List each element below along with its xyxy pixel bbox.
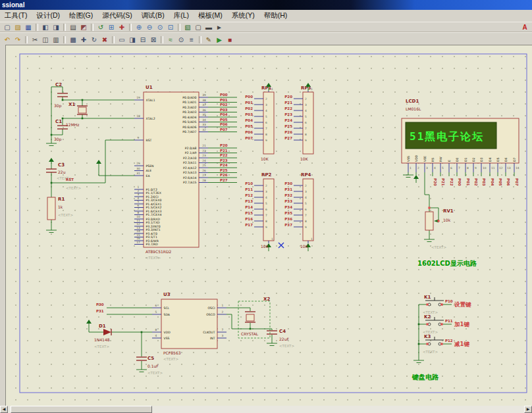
- svg-text:P2.0/A8: P2.0/A8: [185, 147, 197, 150]
- svg-text:RST: RST: [146, 139, 152, 142]
- svg-text:1: 1: [271, 237, 273, 241]
- r1-body[interactable]: [47, 197, 55, 220]
- svg-text:2: 2: [305, 184, 307, 187]
- svg-text:设置键: 设置键: [454, 301, 471, 308]
- svg-text:P01: P01: [220, 98, 228, 102]
- svg-text:减1键: 减1键: [454, 341, 469, 347]
- svg-text:P10: P10: [245, 182, 253, 185]
- svg-text:3: 3: [222, 334, 224, 337]
- svg-text:P3.3/INT1: P3.3/INT1: [146, 228, 161, 231]
- svg-text:P14: P14: [245, 205, 253, 209]
- svg-text:LM016L: LM016L: [406, 107, 421, 111]
- svg-text:P3.0/RXD: P3.0/RXD: [146, 218, 161, 221]
- svg-text:AT89C51RD2: AT89C51RD2: [146, 249, 172, 254]
- svg-text:PCF8563: PCF8563: [163, 351, 181, 355]
- svg-text:12MHz: 12MHz: [66, 122, 79, 127]
- svg-text:8: 8: [305, 220, 307, 223]
- svg-text:P12: P12: [445, 339, 453, 343]
- svg-text:1: 1: [271, 87, 273, 91]
- svg-text:9: 9: [138, 136, 140, 139]
- svg-text:14: 14: [136, 230, 140, 233]
- svg-text:P32: P32: [284, 193, 292, 197]
- wires-layer: [51, 87, 452, 367]
- svg-text:12: 12: [499, 166, 503, 170]
- svg-text:D0: D0: [456, 157, 459, 162]
- svg-text:1: 1: [410, 166, 412, 170]
- svg-text:27: 27: [202, 174, 206, 177]
- svg-text:32: 32: [202, 128, 206, 132]
- svg-text:P21: P21: [441, 178, 445, 186]
- scroll-left-button[interactable]: ◀: [0, 406, 8, 413]
- svg-text:5: 5: [138, 200, 140, 203]
- scroll-track[interactable]: [8, 406, 524, 413]
- svg-text:4: 4: [265, 109, 267, 112]
- svg-text:10K: 10K: [300, 157, 309, 161]
- svg-text:P07: P07: [220, 128, 228, 132]
- svg-text:P33: P33: [284, 199, 292, 203]
- svg-text:P03: P03: [482, 178, 486, 186]
- svg-text:X1: X1: [68, 102, 75, 107]
- svg-text:P04: P04: [491, 178, 494, 186]
- svg-text:C4: C4: [279, 329, 286, 334]
- u3-group: U3PCF8563<TEXT>6SCL5SDA8VDD4VSS1OSCI2OSC…: [152, 292, 226, 361]
- svg-text:P23: P23: [284, 112, 292, 116]
- svg-text:2: 2: [265, 97, 267, 101]
- svg-text:K1: K1: [424, 295, 431, 300]
- svg-text:P26: P26: [220, 173, 228, 177]
- svg-text:K2: K2: [424, 314, 431, 320]
- svg-text:RW: RW: [439, 157, 442, 162]
- svg-text:P31: P31: [284, 187, 292, 191]
- svg-text:键盘电路: 键盘电路: [412, 374, 439, 381]
- svg-text:8: 8: [265, 220, 267, 223]
- svg-text:P25: P25: [284, 124, 292, 128]
- svg-text:6: 6: [265, 121, 267, 124]
- svg-text:RV1: RV1: [443, 208, 454, 214]
- lcd1-group: 51黑电子论坛LCD1LM016LVSS1VDD2VEE3RS4P20RW5P2…: [402, 99, 519, 186]
- svg-text:6: 6: [155, 304, 157, 307]
- svg-text:OSCO: OSCO: [206, 313, 215, 316]
- svg-text:2: 2: [417, 166, 419, 170]
- svg-text:P0.2/AD2: P0.2/AD2: [182, 106, 196, 109]
- svg-text:2: 2: [265, 184, 267, 187]
- svg-text:P20: P20: [220, 143, 228, 147]
- svg-text:3: 3: [305, 190, 307, 193]
- svg-text:P16: P16: [245, 217, 253, 221]
- horizontal-scrollbar[interactable]: ◀ ▶: [0, 406, 532, 413]
- svg-text:P30: P30: [96, 303, 104, 306]
- svg-text:10: 10: [136, 215, 140, 218]
- svg-text:P1.5/CEX2: P1.5/CEX2: [146, 206, 162, 209]
- x2-crystal-body[interactable]: [246, 314, 254, 321]
- svg-text:24: 24: [202, 159, 206, 162]
- svg-text:P3.2/INT0: P3.2/INT0: [146, 225, 161, 228]
- svg-text:6: 6: [305, 208, 307, 211]
- svg-text:P00: P00: [458, 178, 462, 186]
- svg-text:P15: P15: [245, 211, 253, 215]
- svg-text:C2: C2: [55, 82, 62, 87]
- svg-text:<TEXT>: <TEXT>: [58, 213, 73, 217]
- x1-crystal-body[interactable]: [78, 107, 86, 113]
- svg-text:P2.1/A9: P2.1/A9: [185, 151, 197, 155]
- parts-layer: [47, 107, 433, 321]
- svg-text:R1: R1: [58, 197, 65, 202]
- svg-text:8: 8: [155, 328, 157, 331]
- scroll-right-button[interactable]: ▶: [524, 406, 532, 413]
- svg-text:E: E: [448, 160, 451, 162]
- svg-text:9: 9: [475, 166, 477, 170]
- svg-text:<TEXT>: <TEXT>: [163, 357, 178, 361]
- svg-text:1: 1: [138, 185, 140, 189]
- application-window: ssional 工具(T)设计(D)绘图(G)源代码(S)调试(B)库(L)模板…: [0, 0, 532, 413]
- svg-text:16: 16: [136, 237, 140, 240]
- svg-text:D6: D6: [504, 157, 508, 162]
- svg-text:10K: 10K: [300, 244, 309, 249]
- svg-text:ALE: ALE: [146, 169, 152, 172]
- scroll-thumb[interactable]: [11, 406, 152, 413]
- svg-text:P1.7/CEX4: P1.7/CEX4: [146, 213, 162, 216]
- svg-text:1k: 1k: [58, 205, 63, 209]
- svg-text:P11: P11: [245, 187, 253, 191]
- svg-text:P06: P06: [245, 130, 253, 134]
- svg-text:0.1uF: 0.1uF: [147, 364, 159, 368]
- svg-text:P27: P27: [220, 178, 228, 182]
- rv1-body[interactable]: [425, 212, 433, 230]
- svg-text:<TEXT>: <TEXT>: [147, 371, 163, 375]
- svg-text:P1.0/T2: P1.0/T2: [146, 188, 157, 191]
